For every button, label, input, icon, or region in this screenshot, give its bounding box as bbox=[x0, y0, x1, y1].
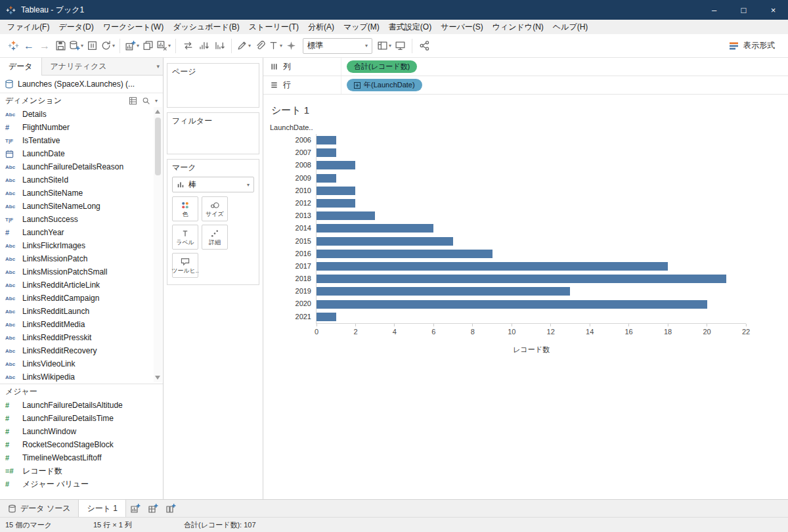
minimize-button[interactable]: – bbox=[699, 0, 729, 20]
show-hide-cards-button[interactable]: ▾ bbox=[377, 37, 391, 55]
field-LinksWikipedia[interactable]: AbcLinksWikipedia bbox=[0, 370, 163, 384]
bar-2010[interactable] bbox=[317, 187, 355, 195]
bar-2013[interactable] bbox=[317, 211, 375, 220]
rows-shelf[interactable]: 行 年(LaunchDate) bbox=[263, 76, 788, 95]
field-LinksRedditRecovery[interactable]: AbcLinksRedditRecovery bbox=[0, 344, 163, 357]
sort-ascending-button[interactable] bbox=[196, 37, 211, 55]
filters-card[interactable]: フィルター bbox=[167, 112, 259, 154]
search-icon[interactable] bbox=[142, 97, 150, 105]
menu-worksheet[interactable]: ワークシート(W) bbox=[98, 20, 168, 34]
scroll-up-icon[interactable] bbox=[155, 110, 160, 114]
bar-2019[interactable] bbox=[317, 287, 570, 296]
duplicate-button[interactable] bbox=[141, 37, 155, 55]
menu-data[interactable]: データ(D) bbox=[54, 20, 98, 34]
highlight-button[interactable]: ▾ bbox=[236, 37, 251, 55]
menu-server[interactable]: サーバー(S) bbox=[436, 20, 488, 34]
close-button[interactable]: × bbox=[758, 0, 788, 20]
bar-2012[interactable] bbox=[317, 199, 355, 208]
scroll-down-icon[interactable] bbox=[155, 376, 160, 380]
field-LaunchSiteNameLong[interactable]: AbcLaunchSiteNameLong bbox=[0, 200, 163, 213]
mark-button-color[interactable]: 色 bbox=[172, 196, 198, 221]
show-me-button[interactable]: 表示形式 bbox=[729, 40, 783, 51]
new-dashboard-button[interactable] bbox=[144, 500, 162, 517]
clear-sheet-button[interactable]: ▾ bbox=[156, 37, 171, 55]
sheet-tab-1[interactable]: シート 1 bbox=[78, 500, 126, 517]
share-button[interactable] bbox=[417, 37, 431, 55]
field-LinksRedditPresskit[interactable]: AbcLinksRedditPresskit bbox=[0, 331, 163, 344]
field-LaunchSiteName[interactable]: AbcLaunchSiteName bbox=[0, 187, 163, 200]
bar-2015[interactable] bbox=[317, 237, 453, 246]
new-datasource-button[interactable]: ▾ bbox=[69, 37, 83, 55]
mark-button-label[interactable]: ラベル bbox=[172, 225, 198, 250]
field-LaunchWindow[interactable]: #LaunchWindow bbox=[0, 425, 163, 438]
pill-year-launchdate[interactable]: 年(LaunchDate) bbox=[347, 79, 422, 91]
columns-shelf[interactable]: 列 合計(レコード数) bbox=[263, 58, 788, 76]
scrollbar-thumb[interactable] bbox=[155, 118, 161, 175]
tab-analytics[interactable]: アナリティクス bbox=[42, 58, 116, 75]
pill-sum-records[interactable]: 合計(レコード数) bbox=[347, 60, 417, 73]
field-LaunchYear[interactable]: #LaunchYear bbox=[0, 226, 163, 239]
menu-analysis[interactable]: 分析(A) bbox=[303, 20, 339, 34]
bar-2014[interactable] bbox=[317, 224, 433, 233]
redo-button[interactable]: → bbox=[37, 37, 52, 55]
presentation-mode-button[interactable] bbox=[393, 37, 407, 55]
bar-2021[interactable] bbox=[317, 313, 336, 321]
field-LinksRedditArticleLink[interactable]: AbcLinksRedditArticleLink bbox=[0, 278, 163, 292]
menu-story[interactable]: ストーリー(T) bbox=[244, 20, 303, 34]
menu-dashboard[interactable]: ダッシュボード(B) bbox=[168, 20, 244, 34]
field-IsTentative[interactable]: T|FIsTentative bbox=[0, 134, 163, 147]
explain-data-icon[interactable] bbox=[284, 37, 298, 55]
field-LaunchSuccess[interactable]: T|FLaunchSuccess bbox=[0, 213, 163, 226]
field-メジャー バリュー[interactable]: #メジャー バリュー bbox=[0, 477, 163, 491]
bar-2020[interactable] bbox=[317, 300, 707, 309]
pane-options-caret[interactable]: ▾ bbox=[153, 63, 163, 70]
field-RocketSecondStageBlock[interactable]: #RocketSecondStageBlock bbox=[0, 438, 163, 451]
save-button[interactable] bbox=[53, 37, 68, 55]
datasource-tab[interactable]: データ ソース bbox=[0, 500, 78, 517]
fit-select[interactable]: 標準 ▾ bbox=[303, 38, 372, 54]
field-LinksRedditMedia[interactable]: AbcLinksRedditMedia bbox=[0, 318, 163, 331]
field-レコード数[interactable]: =#レコード数 bbox=[0, 464, 163, 477]
bar-2009[interactable] bbox=[317, 174, 336, 183]
grid-view-icon[interactable] bbox=[129, 97, 137, 105]
bar-2017[interactable] bbox=[317, 262, 668, 271]
field-LaunchFailureDetailsTime[interactable]: #LaunchFailureDetailsTime bbox=[0, 412, 163, 425]
field-LaunchFailureDetailsReason[interactable]: AbcLaunchFailureDetailsReason bbox=[0, 160, 163, 173]
new-story-button[interactable] bbox=[162, 500, 179, 517]
mark-button-size[interactable]: サイズ bbox=[202, 196, 228, 221]
new-worksheet-button[interactable]: ▾ bbox=[125, 37, 139, 55]
field-LinksVideoLink[interactable]: AbcLinksVideoLink bbox=[0, 357, 163, 370]
field-LinksFlickrImages[interactable]: AbcLinksFlickrImages bbox=[0, 239, 163, 252]
field-LinksMissionPatch[interactable]: AbcLinksMissionPatch bbox=[0, 252, 163, 265]
mark-labels-button[interactable]: ▾ bbox=[268, 37, 282, 55]
undo-button[interactable]: ← bbox=[22, 37, 36, 55]
group-members-button[interactable] bbox=[252, 37, 267, 55]
field-LaunchDate[interactable]: LaunchDate bbox=[0, 147, 163, 160]
field-LinksRedditCampaign[interactable]: AbcLinksRedditCampaign bbox=[0, 292, 163, 305]
field-FlightNumber[interactable]: #FlightNumber bbox=[0, 121, 163, 134]
bar-2006[interactable] bbox=[317, 136, 336, 144]
field-LinksRedditLaunch[interactable]: AbcLinksRedditLaunch bbox=[0, 305, 163, 318]
mark-button-tooltip[interactable]: ツールヒ.. bbox=[172, 253, 198, 278]
menu-file[interactable]: ファイル(F) bbox=[3, 20, 54, 34]
chevron-down-icon[interactable]: ▾ bbox=[155, 98, 158, 104]
field-TimelineWebcastLiftoff[interactable]: #TimelineWebcastLiftoff bbox=[0, 451, 163, 464]
bar-2018[interactable] bbox=[317, 275, 726, 283]
datasource-item[interactable]: Launches (SpaceX.Launches) (... bbox=[0, 76, 163, 93]
new-worksheet-tab-button[interactable] bbox=[126, 500, 144, 517]
scrollbar[interactable] bbox=[154, 107, 162, 382]
refresh-button[interactable]: ▾ bbox=[100, 37, 115, 55]
tab-data[interactable]: データ bbox=[0, 58, 42, 76]
field-LaunchFailureDetailsAltitude[interactable]: #LaunchFailureDetailsAltitude bbox=[0, 399, 163, 412]
field-Details[interactable]: AbcDetails bbox=[0, 108, 163, 121]
bar-2007[interactable] bbox=[317, 148, 336, 157]
menu-window[interactable]: ウィンドウ(N) bbox=[488, 20, 548, 34]
field-LaunchSiteId[interactable]: AbcLaunchSiteId bbox=[0, 173, 163, 187]
bar-2016[interactable] bbox=[317, 250, 492, 258]
menu-map[interactable]: マップ(M) bbox=[339, 20, 384, 34]
mark-button-detail[interactable]: 詳細 bbox=[202, 225, 228, 250]
sort-descending-button[interactable] bbox=[212, 37, 227, 55]
pages-card[interactable]: ページ bbox=[167, 63, 259, 108]
field-LinksMissionPatchSmall[interactable]: AbcLinksMissionPatchSmall bbox=[0, 265, 163, 278]
swap-axes-button[interactable] bbox=[181, 37, 195, 55]
